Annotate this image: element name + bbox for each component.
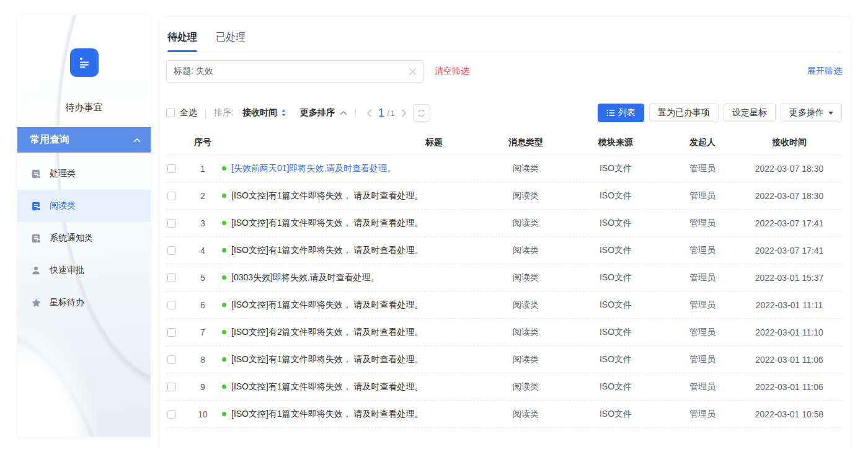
table-row[interactable]: 4[ISO文控]有1篇文件即将失效， 请及时查看处理。阅读类ISO文件管理员20…	[166, 237, 842, 264]
sidebar-item-1[interactable]: 处理类	[17, 158, 151, 190]
sidebar: 待办事宜 常用查询 处理类阅读类系统通知类快速审批星标待办	[17, 15, 151, 437]
row-checkbox[interactable]	[167, 164, 176, 173]
sidebar-item-2[interactable]: 阅读类	[17, 190, 151, 222]
row-message-type: 阅读类	[489, 245, 563, 256]
row-checkbox[interactable]	[167, 328, 176, 337]
sidebar-item-label: 系统通知类	[50, 233, 93, 244]
unread-dot-icon	[222, 385, 226, 389]
set-star-button[interactable]: 设定星标	[724, 104, 776, 122]
row-title-link[interactable]: [ISO文控]有1篇文件即将失效， 请及时查看处理。	[231, 218, 423, 229]
prev-page-icon[interactable]	[364, 109, 374, 117]
row-message-type: 阅读类	[489, 163, 563, 174]
table-row[interactable]: 1[失效前两天01]即将失效,请及时查看处理。阅读类ISO文件管理员2022-0…	[166, 155, 842, 182]
caret-down-icon	[828, 112, 833, 115]
sort-carets-icon[interactable]	[281, 109, 286, 117]
row-module-source: ISO文件	[563, 218, 668, 229]
title-filter-input[interactable]	[166, 60, 423, 82]
row-number: 10	[187, 409, 218, 419]
filter-row: 清空筛选 展开筛选	[166, 60, 842, 82]
sort-label: 排序:	[214, 107, 234, 118]
tab-pending[interactable]: 待处理	[167, 31, 197, 51]
row-title-link[interactable]: [ISO文控]有1篇文件即将失效， 请及时查看处理。	[231, 245, 423, 256]
row-checkbox-cell	[166, 164, 187, 173]
row-title-cell: [ISO文控]有1篇文件即将失效， 请及时查看处理。	[218, 190, 489, 202]
clear-filter-link[interactable]: 清空筛选	[435, 66, 469, 77]
header-no: 序号	[187, 137, 218, 148]
row-module-source: ISO文件	[563, 272, 668, 283]
refresh-button[interactable]	[413, 104, 430, 122]
row-title-cell: [ISO文控]有1篇文件即将失效， 请及时查看处理。	[218, 354, 489, 365]
row-title-cell: [ISO文控]有2篇文件即将失效， 请及时查看处理。	[218, 327, 489, 338]
table-row[interactable]: 10[ISO文控]有1篇文件即将失效， 请及时查看处理。阅读类ISO文件管理员2…	[166, 401, 842, 428]
select-all-checkbox[interactable]	[166, 109, 175, 117]
sidebar-item-4[interactable]: 快速审批	[17, 254, 151, 287]
row-checkbox[interactable]	[167, 246, 176, 255]
more-actions-button[interactable]: 更多操作	[781, 104, 842, 122]
close-x-icon[interactable]	[407, 66, 418, 77]
row-title-link[interactable]: [ISO文控]有1篇文件即将失效， 请及时查看处理。	[231, 190, 423, 202]
sidebar-item-5[interactable]: 星标待办	[17, 287, 151, 319]
row-title-link[interactable]: [ISO文控]有1篇文件即将失效， 请及时查看处理。	[231, 354, 423, 365]
header-time: 接收时间	[737, 137, 842, 148]
row-title-link[interactable]: [0303失效]即将失效,请及时查看处理。	[231, 272, 379, 283]
list-view-button[interactable]: 列表	[598, 104, 644, 122]
table-row[interactable]: 7[ISO文控]有2篇文件即将失效， 请及时查看处理。阅读类ISO文件管理员20…	[166, 319, 842, 346]
sidebar-item-3[interactable]: 系统通知类	[17, 222, 151, 254]
row-checkbox[interactable]	[167, 410, 176, 419]
row-checkbox-cell	[166, 192, 187, 200]
row-initiator: 管理员	[668, 272, 737, 283]
row-initiator: 管理员	[668, 381, 737, 393]
table-row[interactable]: 3[ISO文控]有1篇文件即将失效， 请及时查看处理。阅读类ISO文件管理员20…	[166, 210, 842, 237]
table-row[interactable]: 6[ISO文控]有1篇文件即将失效， 请及时查看处理。阅读类ISO文件管理员20…	[166, 291, 842, 319]
unread-dot-icon	[222, 412, 226, 416]
row-initiator: 管理员	[668, 300, 737, 311]
row-module-source: ISO文件	[563, 163, 668, 174]
row-checkbox[interactable]	[167, 192, 176, 200]
expand-filter-link[interactable]: 展开筛选	[807, 66, 842, 77]
row-number: 2	[187, 191, 218, 201]
mark-done-button[interactable]: 置为已办事项	[649, 104, 719, 122]
row-checkbox-cell	[166, 273, 187, 282]
list-icon	[606, 109, 615, 117]
row-checkbox[interactable]	[167, 301, 176, 309]
select-all-label[interactable]: 全选	[180, 107, 197, 118]
tab-processed[interactable]: 已处理	[216, 31, 246, 51]
row-title-link[interactable]: [失效前两天01]即将失效,请及时查看处理。	[231, 163, 396, 174]
row-title-cell: [ISO文控]有1篇文件即将失效， 请及时查看处理。	[218, 245, 489, 256]
row-message-type: 阅读类	[489, 409, 563, 420]
row-checkbox-cell	[166, 410, 187, 419]
row-message-type: 阅读类	[489, 218, 563, 229]
row-checkbox[interactable]	[167, 273, 176, 282]
row-checkbox[interactable]	[167, 383, 176, 391]
table-row[interactable]: 5[0303失效]即将失效,请及时查看处理。阅读类ISO文件管理员2022-03…	[166, 264, 842, 291]
table-row[interactable]: 9[ISO文控]有1篇文件即将失效， 请及时查看处理。阅读类ISO文件管理员20…	[166, 373, 842, 401]
row-initiator: 管理员	[668, 327, 737, 338]
row-module-source: ISO文件	[563, 300, 668, 311]
unread-dot-icon	[222, 303, 226, 307]
common-queries-header[interactable]: 常用查询	[17, 127, 151, 153]
next-page-icon[interactable]	[399, 109, 409, 117]
row-checkbox-cell	[166, 246, 187, 255]
row-title-link[interactable]: [ISO文控]有2篇文件即将失效， 请及时查看处理。	[231, 327, 423, 338]
more-sort-button[interactable]: 更多排序	[300, 107, 347, 118]
total-pages: 1	[391, 109, 395, 118]
row-title-link[interactable]: [ISO文控]有1篇文件即将失效， 请及时查看处理。	[231, 409, 423, 420]
row-receive-time: 2022-03-07 17:41	[737, 246, 842, 256]
table-row[interactable]: 2[ISO文控]有1篇文件即将失效， 请及时查看处理。阅读类ISO文件管理员20…	[166, 182, 842, 210]
row-number: 8	[187, 355, 218, 365]
current-page[interactable]: 1	[378, 107, 384, 120]
sort-field-label: 接收时间	[242, 107, 277, 118]
row-title-link[interactable]: [ISO文控]有1篇文件即将失效， 请及时查看处理。	[231, 381, 423, 393]
row-checkbox-cell	[166, 301, 187, 309]
row-number: 7	[187, 327, 218, 337]
row-receive-time: 2022-03-01 11:11	[737, 300, 842, 310]
row-initiator: 管理员	[668, 354, 737, 365]
sort-field-receive-time[interactable]: 接收时间	[242, 107, 286, 118]
row-receive-time: 2022-03-01 11:06	[737, 355, 842, 365]
unread-dot-icon	[222, 248, 226, 252]
row-title-link[interactable]: [ISO文控]有1篇文件即将失效， 请及时查看处理。	[231, 300, 423, 311]
row-checkbox[interactable]	[167, 219, 176, 228]
row-checkbox[interactable]	[167, 355, 176, 364]
table-row[interactable]: 8[ISO文控]有1篇文件即将失效， 请及时查看处理。阅读类ISO文件管理员20…	[166, 346, 842, 373]
todo-page: 待办事宜 常用查询 处理类阅读类系统通知类快速审批星标待办 待处理 已处理 清空…	[0, 0, 868, 449]
